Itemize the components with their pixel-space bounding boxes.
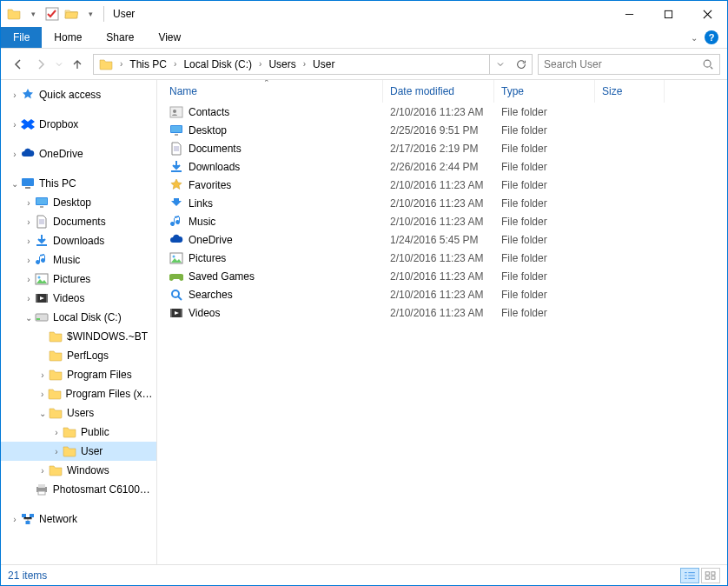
- folder-open-icon[interactable]: [63, 6, 79, 22]
- file-date: 1/24/2016 5:45 PM: [383, 234, 494, 246]
- links-icon: [169, 196, 183, 210]
- file-date: 2/10/2016 11:23 AM: [383, 270, 494, 283]
- refresh-button[interactable]: [511, 55, 532, 74]
- column-date[interactable]: Date modified: [383, 80, 494, 103]
- file-name: Videos: [189, 307, 220, 319]
- file-name: OneDrive: [189, 234, 233, 246]
- help-icon[interactable]: ?: [705, 30, 718, 44]
- recent-locations-button[interactable]: [53, 54, 65, 75]
- downloads-icon: [169, 160, 183, 174]
- file-row[interactable]: Saved Games2/10/2016 11:23 AMFile folder: [162, 267, 727, 285]
- tree-folder[interactable]: ›Program Files: [1, 365, 156, 384]
- pictures-icon: [169, 251, 183, 265]
- favorites-icon: [169, 178, 183, 192]
- tree-user-selected[interactable]: ›User: [1, 442, 156, 461]
- file-date: 2/10/2016 11:23 AM: [383, 197, 494, 210]
- properties-check-icon[interactable]: [44, 6, 60, 22]
- tree-folder[interactable]: ›Public: [1, 423, 156, 442]
- quick-access-toolbar: ▾ ▾: [6, 6, 98, 22]
- tree-pictures[interactable]: ›Pictures: [1, 270, 156, 289]
- large-icons-view-button[interactable]: [701, 568, 720, 583]
- tree-this-pc[interactable]: ⌄This PC: [1, 174, 156, 193]
- file-list[interactable]: ⌃ Name Date modified Type Size Contacts2…: [157, 80, 727, 564]
- games-icon: [169, 270, 183, 283]
- folder-icon: [48, 330, 63, 343]
- desktop-icon: [169, 123, 183, 137]
- breadcrumb-item[interactable]: This PC: [126, 58, 170, 70]
- file-row[interactable]: Desktop2/25/2016 9:51 PMFile folder: [162, 121, 727, 139]
- file-row[interactable]: OneDrive1/24/2016 5:45 PMFile folder: [162, 230, 727, 249]
- search-input[interactable]: [544, 58, 702, 70]
- minimize-button[interactable]: [610, 1, 649, 27]
- tree-folder[interactable]: ›Program Files (x86): [1, 384, 156, 403]
- tree-desktop[interactable]: ›Desktop: [1, 193, 156, 212]
- column-type[interactable]: Type: [494, 80, 595, 103]
- tree-users[interactable]: ⌄Users: [1, 403, 156, 423]
- tree-videos[interactable]: ›Videos: [1, 289, 156, 308]
- item-count: 21 items: [8, 569, 47, 582]
- file-row[interactable]: Music2/10/2016 11:23 AMFile folder: [162, 212, 727, 230]
- chevron-down-icon[interactable]: ⌄: [691, 33, 698, 43]
- file-type: File folder: [494, 234, 595, 246]
- divider: [103, 6, 104, 22]
- tree-network[interactable]: ›Network: [1, 509, 156, 529]
- maximize-button[interactable]: [649, 1, 688, 27]
- video-icon: [34, 291, 50, 305]
- navigation-pane[interactable]: ›Quick access ›Dropbox ›OneDrive ⌄This P…: [1, 80, 157, 564]
- history-dropdown-button[interactable]: [490, 55, 511, 74]
- file-date: 2/25/2016 9:51 PM: [383, 124, 494, 137]
- tree-photosmart[interactable]: Photosmart C6100 se: [1, 480, 156, 499]
- picture-icon: [34, 272, 50, 286]
- file-type: File folder: [494, 307, 595, 319]
- tab-home[interactable]: Home: [42, 27, 94, 48]
- close-button[interactable]: [688, 1, 727, 27]
- file-row[interactable]: Searches2/10/2016 11:23 AMFile folder: [162, 285, 727, 303]
- file-name: Saved Games: [189, 270, 255, 283]
- tree-folder[interactable]: ›Windows: [1, 461, 156, 480]
- file-row[interactable]: Links2/10/2016 11:23 AMFile folder: [162, 194, 727, 212]
- navigation-bar: › This PC › Local Disk (C:) › Users › Us…: [1, 49, 727, 80]
- chevron-right-icon[interactable]: ›: [300, 59, 309, 69]
- tree-dropbox[interactable]: ›Dropbox: [1, 115, 156, 134]
- tree-onedrive[interactable]: ›OneDrive: [1, 144, 156, 163]
- breadcrumb-item[interactable]: Local Disk (C:): [180, 58, 255, 70]
- up-button[interactable]: [67, 54, 88, 75]
- monitor-icon: [20, 176, 36, 190]
- tree-local-disk[interactable]: ⌄Local Disk (C:): [1, 308, 156, 327]
- chevron-right-icon[interactable]: ›: [170, 59, 180, 69]
- column-name[interactable]: Name: [162, 80, 383, 103]
- tab-share[interactable]: Share: [94, 27, 146, 48]
- caret-icon[interactable]: ▾: [25, 6, 41, 22]
- file-row[interactable]: Favorites2/10/2016 11:23 AMFile folder: [162, 176, 727, 194]
- tab-view[interactable]: View: [146, 27, 193, 48]
- location-icon[interactable]: [96, 57, 116, 71]
- file-row[interactable]: Documents2/17/2016 2:19 PMFile folder: [162, 139, 727, 157]
- breadcrumb-item[interactable]: User: [309, 58, 338, 70]
- folder-icon: [48, 349, 63, 363]
- tree-music[interactable]: ›Music: [1, 250, 156, 270]
- forward-button[interactable]: [30, 54, 51, 75]
- chevron-right-icon[interactable]: ›: [116, 59, 126, 69]
- tree-documents[interactable]: ›Documents: [1, 212, 156, 231]
- file-row[interactable]: Videos2/10/2016 11:23 AMFile folder: [162, 303, 727, 322]
- caret-icon[interactable]: ▾: [83, 6, 98, 22]
- tree-quick-access[interactable]: ›Quick access: [1, 85, 156, 104]
- breadcrumb-item[interactable]: Users: [265, 58, 299, 70]
- search-box[interactable]: [538, 54, 720, 75]
- tree-folder[interactable]: $WINDOWS.~BT: [1, 327, 156, 346]
- file-row[interactable]: Pictures2/10/2016 11:23 AMFile folder: [162, 249, 727, 267]
- column-headers: ⌃ Name Date modified Type Size: [157, 80, 727, 103]
- back-button[interactable]: [8, 54, 29, 75]
- title-bar: ▾ ▾ User: [1, 1, 727, 27]
- folder-icon: [47, 387, 62, 401]
- tree-folder[interactable]: PerfLogs: [1, 346, 156, 365]
- chevron-right-icon[interactable]: ›: [255, 59, 265, 69]
- file-row[interactable]: Downloads2/26/2016 2:44 PMFile folder: [162, 157, 727, 176]
- address-bar[interactable]: › This PC › Local Disk (C:) › Users › Us…: [93, 54, 533, 75]
- file-row[interactable]: Contacts2/10/2016 11:23 AMFile folder: [162, 103, 727, 121]
- tree-downloads[interactable]: ›Downloads: [1, 231, 156, 250]
- file-type: File folder: [494, 106, 595, 118]
- column-size[interactable]: Size: [595, 80, 665, 103]
- details-view-button[interactable]: [680, 568, 699, 583]
- tab-file[interactable]: File: [1, 27, 42, 48]
